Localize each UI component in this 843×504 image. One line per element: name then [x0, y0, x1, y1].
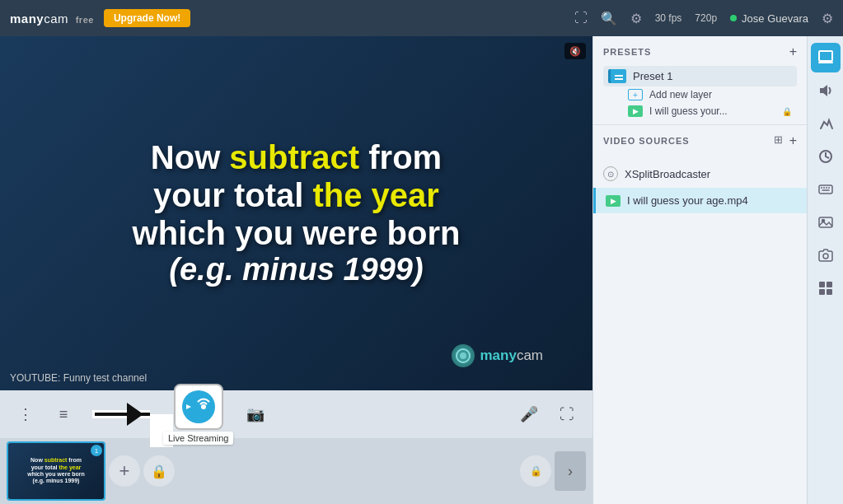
live-streaming-area: Live Streaming	[163, 384, 233, 445]
layer-item-1[interactable]: ▶ I will guess your... 🔒	[623, 103, 797, 119]
topbar: manycam free Upgrade Now! ⛶ 🔍 ⚙ 30 fps 7…	[0, 0, 843, 36]
live-streaming-icon	[182, 390, 215, 423]
add-layer-item[interactable]: + Add new layer	[623, 86, 797, 103]
fps-display: 30 fps	[655, 12, 682, 24]
rp-camera-button[interactable]	[811, 240, 841, 270]
rp-image-button[interactable]	[811, 208, 841, 237]
video-area: Now subtract from your total the year wh…	[0, 36, 592, 504]
settings-icon[interactable]: ⚙	[630, 11, 642, 26]
video-line4: (e.g. minus 1999)	[133, 252, 461, 288]
manycam-logo-icon	[452, 344, 475, 367]
source-xsplit-icon: ⊙	[603, 166, 618, 181]
video-preview: Now subtract from your total the year wh…	[0, 36, 592, 390]
thumbnails-row: Now subtract fromyour total the yearwhic…	[0, 438, 592, 504]
fullscreen-button[interactable]: ⛶	[551, 399, 583, 430]
live-streaming-button[interactable]	[174, 384, 223, 430]
rp-effects-button[interactable]	[811, 109, 841, 138]
rp-keyboard-button[interactable]	[811, 175, 841, 204]
video-highlight1: subtract	[229, 139, 359, 175]
logo-light: cam	[44, 12, 68, 26]
video-line2: your total the year	[133, 176, 461, 214]
live-streaming-label: Live Streaming	[163, 432, 233, 445]
layout-sources-icon[interactable]: ⊞	[774, 133, 783, 148]
presets-header: PRESETS +	[603, 44, 797, 59]
svg-rect-19	[819, 289, 825, 295]
lock-source-button[interactable]: 🔒	[143, 455, 175, 487]
layer-icon-green: ▶	[628, 105, 643, 117]
svg-point-2	[201, 404, 206, 409]
crop-icon[interactable]: ⛶	[574, 11, 588, 26]
svg-rect-3	[819, 51, 832, 61]
topbar-controls: ⛶ 🔍 ⚙ 30 fps 720p Jose Guevara ⚙	[574, 11, 833, 26]
preset-icon	[608, 69, 626, 83]
video-content: Now subtract from your total the year wh…	[0, 36, 592, 390]
mic-button[interactable]: 🎤	[513, 399, 545, 430]
rp-volume-button[interactable]	[811, 76, 841, 105]
thumbnail-badge: 1	[91, 445, 102, 456]
add-preset-button[interactable]: +	[789, 44, 797, 59]
add-layer-icon: +	[628, 89, 643, 100]
svg-rect-17	[819, 282, 825, 287]
add-layer-label: Add new layer	[649, 89, 712, 100]
svg-rect-14	[819, 217, 832, 227]
svg-point-1	[460, 352, 466, 359]
thumbnail-item[interactable]: Now subtract fromyour total the yearwhic…	[7, 441, 105, 501]
dots-menu-button[interactable]: ⋮	[10, 399, 41, 430]
upgrade-button[interactable]: Upgrade Now!	[104, 9, 190, 27]
preset-item-1[interactable]: Preset 1	[603, 66, 797, 86]
add-source-button[interactable]: +	[789, 133, 797, 148]
presets-section: PRESETS + Preset 1 + Add new layer ▶ I w…	[593, 36, 807, 125]
youtube-label: YOUTUBE: Funny test channel	[10, 372, 147, 384]
video-sources-title: VIDEO SOURCES	[603, 136, 690, 146]
presets-title: PRESETS	[603, 47, 651, 57]
source-item-xsplit[interactable]: ⊙ XSplitBroadcaster	[593, 160, 807, 188]
lock-button-2[interactable]: 🔒	[520, 455, 551, 487]
add-source-button[interactable]: +	[109, 455, 140, 487]
source-xsplit-label: XSplitBroadcaster	[625, 168, 710, 180]
layout-button[interactable]: ≡	[48, 399, 79, 430]
video-highlight2: the year	[312, 177, 438, 213]
user-info: Jose Guevara	[730, 12, 808, 25]
arrow-head-inner	[127, 403, 143, 426]
rp-scheduler-button[interactable]	[811, 142, 841, 171]
wifi-broadcast-icon	[194, 397, 213, 417]
preset-label: Preset 1	[633, 70, 672, 82]
photo-button[interactable]: 📷	[240, 399, 271, 430]
preset-layers: + Add new layer ▶ I will guess your... 🔒	[623, 86, 797, 119]
user-name: Jose Guevara	[742, 12, 808, 25]
source-video-icon: ▶	[606, 195, 621, 207]
svg-rect-8	[819, 185, 832, 194]
video-sources-header: VIDEO SOURCES ⊞ +	[593, 125, 807, 153]
svg-rect-18	[827, 282, 832, 287]
source-video-label: I will guess your age.mp4	[627, 194, 748, 207]
svg-point-16	[823, 254, 828, 259]
manycam-watermark: manycam	[452, 344, 543, 367]
video-line1: Now subtract from	[133, 138, 461, 176]
video-sources-actions: ⊞ +	[774, 133, 797, 148]
online-indicator	[730, 15, 737, 21]
svg-rect-20	[827, 289, 832, 295]
rp-display-button[interactable]	[811, 43, 841, 72]
zoom-icon[interactable]: 🔍	[601, 11, 617, 26]
video-line3: which you were born	[133, 214, 461, 252]
resolution-display: 720p	[695, 12, 717, 24]
layer-label-1: I will guess your...	[649, 105, 728, 117]
presets-actions: +	[789, 44, 797, 59]
bottom-toolbar: ⋮ ≡	[0, 390, 592, 438]
svg-marker-6	[820, 85, 827, 96]
mute-badge: 🔇	[564, 43, 586, 59]
next-page-button[interactable]: ›	[555, 451, 586, 491]
plan-badge: free	[76, 15, 94, 25]
source-item-video[interactable]: ▶ I will guess your age.mp4	[593, 188, 807, 213]
right-panel	[807, 36, 843, 504]
gear-icon[interactable]: ⚙	[822, 11, 833, 26]
sidebar: PRESETS + Preset 1 + Add new layer ▶ I w…	[592, 36, 807, 504]
video-sources-section: VIDEO SOURCES ⊞ + ⊙ XSplitBroadcaster ▶ …	[593, 125, 807, 504]
layer-lock-icon: 🔒	[782, 107, 792, 116]
logo-bold: many	[10, 12, 44, 26]
video-text: Now subtract from your total the year wh…	[116, 122, 477, 305]
manycam-logo-text: manycam	[480, 348, 543, 364]
main-area: Now subtract from your total the year wh…	[0, 36, 843, 504]
app-logo: manycam free	[10, 12, 94, 26]
rp-grid-button[interactable]	[811, 273, 841, 303]
